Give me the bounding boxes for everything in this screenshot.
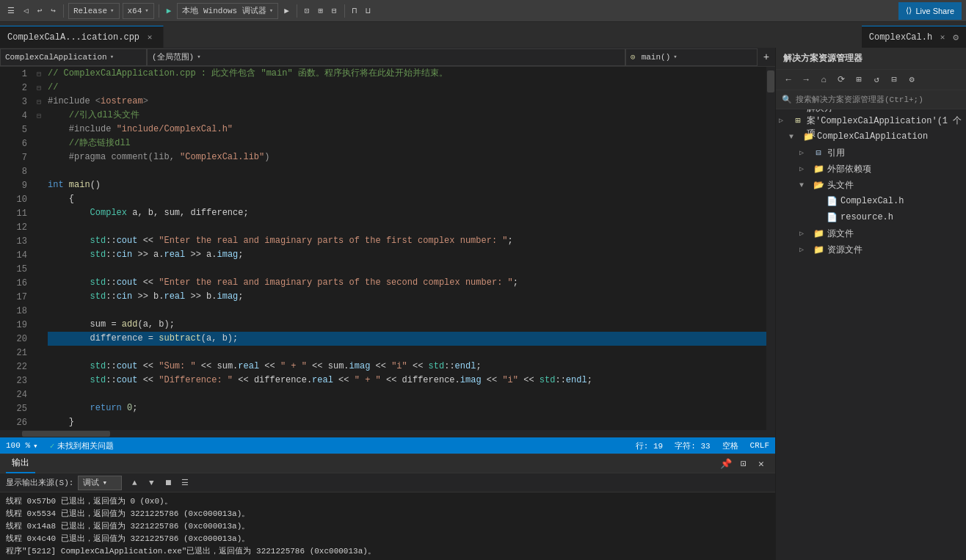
output-stop-btn[interactable]: ⏹ [160, 476, 176, 490]
output-source-dropdown[interactable]: 调试 ▾ [78, 476, 122, 490]
add-tab-btn[interactable]: + [758, 48, 775, 66]
code-line-20: difference = subtract(a, b); [48, 332, 766, 346]
output-down-btn[interactable]: ▼ [143, 476, 159, 490]
editor-scroll-thumb[interactable] [767, 70, 774, 92]
code-line-25: return 0; [48, 401, 766, 415]
release-dropdown[interactable]: Release ▾ [68, 3, 120, 19]
platform-dropdown[interactable]: x64 ▾ [123, 3, 154, 19]
status-zoom-item[interactable]: 100 % ▾ [0, 437, 44, 454]
back-btn[interactable]: ◁ [21, 4, 32, 17]
se-extern-dep-item[interactable]: ▷ 📁 外部依赖项 [776, 161, 966, 177]
solution-tab-gear[interactable]: ⚙ [953, 32, 959, 43]
bookmark-btn[interactable]: ⊓ [349, 4, 360, 17]
perf-btn[interactable]: ⊞ [315, 4, 326, 17]
output-source-arrow: ▾ [102, 478, 107, 487]
se-header-files-item[interactable]: ▼ 📂 头文件 [776, 177, 966, 193]
output-toolbar-btns: ▲ ▼ ⏹ ☰ [126, 476, 193, 490]
run-icon[interactable]: ▶ [164, 4, 175, 17]
editor-tab-cpp-close[interactable]: ✕ [144, 32, 156, 43]
se-header-files-icon: 📂 [813, 179, 824, 191]
se-ref-item[interactable]: ▷ ⊟ 引用 [776, 145, 966, 161]
se-filter-btn[interactable]: ⊞ [851, 72, 867, 88]
se-project-expand[interactable]: ▼ [789, 133, 799, 141]
se-extern-label: 外部依赖项 [827, 163, 871, 175]
se-search-icon: 🔍 [782, 95, 792, 104]
editor-hscrollbar[interactable] [0, 430, 775, 437]
undo-btn[interactable]: ↩ [34, 4, 46, 17]
se-resource-files-expand[interactable]: ▷ [799, 245, 810, 254]
status-error-label: 未找到相关问题 [57, 440, 114, 451]
range-arrow: ▾ [197, 53, 200, 61]
live-share-button[interactable]: ⟨⟩ Live Share [898, 2, 962, 20]
se-refresh-btn[interactable]: ↺ [868, 72, 885, 88]
line-number-list: 1234 5678 9101112 13141516 17181920 2122… [0, 67, 27, 430]
se-sync-btn[interactable]: ⟳ [833, 72, 849, 88]
se-forward-btn[interactable]: → [798, 72, 814, 88]
se-extern-expand[interactable]: ▷ [799, 164, 810, 173]
se-solution-icon: ⊞ [792, 114, 804, 126]
se-complexcal-h-item[interactable]: 📄 ComplexCal.h [776, 193, 966, 209]
se-settings-btn[interactable]: ⚙ [904, 72, 920, 88]
output-up-btn[interactable]: ▲ [126, 476, 142, 490]
se-header-files-expand[interactable]: ▼ [799, 181, 810, 189]
se-resource-files-item[interactable]: ▷ 📁 资源文件 [776, 241, 966, 258]
code-editor[interactable]: // ComplexCalApplication.cpp : 此文件包含 "ma… [45, 67, 766, 430]
panel-float-btn[interactable]: ⊡ [736, 456, 752, 472]
se-solution-root[interactable]: ▷ ⊞ 解决方案'ComplexCalApplication'(1 个项 [776, 112, 966, 128]
run-dropdown[interactable]: 本地 Windows 调试器 ▾ [177, 3, 278, 19]
status-char[interactable]: 字符: 33 [669, 437, 716, 454]
se-extern-icon: 📁 [813, 163, 824, 175]
function-arrow: ▾ [673, 53, 677, 61]
status-encoding[interactable]: CRLF [744, 437, 775, 454]
continue-btn[interactable]: ▶ [281, 4, 292, 17]
status-spaces[interactable]: 空格 [716, 437, 744, 454]
se-resource-h-item[interactable]: 📄 resource.h [776, 209, 966, 225]
se-source-files-expand[interactable]: ▷ [799, 229, 810, 238]
nav-btn[interactable]: ⊔ [363, 4, 374, 17]
output-content: 线程 0x57b0 已退出，返回值为 0 (0x0)。 线程 0x5534 已退… [0, 492, 775, 560]
status-right: 行: 19 字符: 33 空格 CRLF [630, 437, 775, 454]
code-line-23: std::cout << "Difference: " << differenc… [48, 374, 766, 388]
output-tab[interactable]: 输出 [6, 454, 35, 473]
function-dropdown[interactable]: ⊙ main() ▾ [625, 48, 758, 66]
code-line-11: Complex a, b, sum, difference; [48, 206, 766, 220]
panel-close-btn[interactable]: ✕ [753, 456, 769, 472]
editor-hscrollbar-thumb[interactable] [22, 431, 110, 437]
scope-dropdown[interactable]: ComplexCalApplication ▾ [0, 48, 147, 66]
se-home-btn[interactable]: ⌂ [816, 72, 832, 88]
range-dropdown[interactable]: (全局范围) ▾ [147, 48, 625, 66]
se-collapse-btn[interactable]: ⊟ [886, 72, 902, 88]
output-clear-btn[interactable]: ☰ [177, 476, 193, 490]
se-back-btn[interactable]: ← [780, 72, 796, 88]
editor-scrollbar[interactable] [766, 67, 775, 430]
editor-tab-cpp[interactable]: ComplexCalA...ication.cpp ✕ [0, 26, 164, 48]
se-source-files-item[interactable]: ▷ 📁 源文件 [776, 225, 966, 241]
fold-1[interactable]: ⊟ [33, 68, 45, 81]
diagnostics-btn[interactable]: ⊡ [302, 4, 313, 17]
redo-btn[interactable]: ↪ [48, 4, 59, 17]
solution-tab-close[interactable]: ✕ [937, 32, 948, 43]
se-ref-icon: ⊟ [813, 147, 824, 159]
sep4 [344, 4, 345, 18]
status-line[interactable]: 行: 19 [630, 437, 669, 454]
fold-31[interactable]: ⊟ [33, 109, 45, 123]
status-error-item[interactable]: ✓ 未找到相关问题 [44, 437, 120, 454]
analyze-btn[interactable]: ⊟ [329, 4, 340, 17]
code-container: 1234 5678 9101112 13141516 17181920 2122… [0, 67, 775, 430]
code-line-13: std::cout << "Enter the real and imagina… [48, 234, 766, 248]
se-complexcal-h-expand [813, 197, 823, 206]
se-title: 解决方案资源管理器 [783, 52, 862, 65]
se-solution-expand[interactable]: ▷ [779, 116, 789, 125]
se-ref-expand[interactable]: ▷ [799, 148, 810, 157]
se-search: 🔍 搜索解决方案资源管理器(Ctrl+;) [776, 90, 966, 109]
panel-pin-btn[interactable]: 📌 [718, 456, 734, 472]
main-content: ComplexCalApplication ▾ (全局范围) ▾ ⊙ main(… [0, 48, 966, 560]
fold-28[interactable]: ⊟ [33, 95, 45, 109]
code-line-19: sum = add(a, b); [48, 318, 766, 332]
solution-tab-header: ComplexCal.h ✕ ⚙ [862, 26, 966, 48]
output-line-2: 线程 0x5534 已退出，返回值为 3221225786 (0xc000013… [6, 508, 769, 520]
se-header: 解决方案资源管理器 [776, 48, 966, 70]
fold-9[interactable]: ⊟ [33, 81, 45, 95]
code-line-21 [48, 346, 766, 360]
menu-icon[interactable]: ☰ [4, 4, 18, 17]
